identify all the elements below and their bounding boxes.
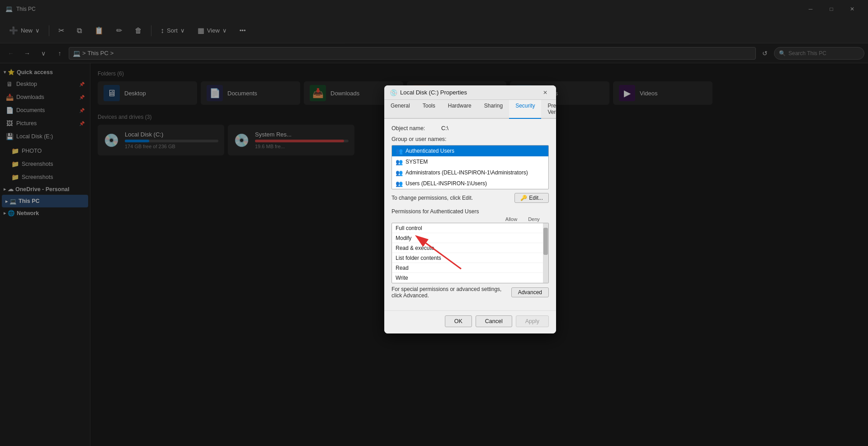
perm-list-folder-name: List folder contents <box>396 255 494 261</box>
dialog-body: Object name: C:\ Group or user names: 👥 … <box>384 119 556 310</box>
tab-sharing[interactable]: Sharing <box>478 100 509 119</box>
user-users[interactable]: 👥 Users (DELL-INSPIRON-1\Users) <box>392 178 548 189</box>
ok-button[interactable]: OK <box>445 315 472 327</box>
user-system[interactable]: 👥 SYSTEM <box>392 156 548 167</box>
dialog-overlay: 💿 Local Disk (C:) Properties ✕ General T… <box>0 0 868 446</box>
perm-read-execute: Read & execute <box>392 243 543 253</box>
tab-security[interactable]: Security <box>509 100 541 119</box>
perm-write: Write <box>392 273 543 283</box>
permissions-label: Permissions for Authenticated Users <box>392 208 549 215</box>
perm-modify: Modify <box>392 233 543 243</box>
user-administrators[interactable]: 👥 Administrators (DELL-INSPIRON-1\Admini… <box>392 167 548 178</box>
perm-columns: Allow Deny <box>392 216 549 222</box>
group-users-label: Group or user names: <box>392 136 549 142</box>
tab-tools[interactable]: Tools <box>416 100 442 119</box>
edit-btn-icon: 🔑 <box>520 195 527 201</box>
dialog-close-button[interactable]: ✕ <box>540 88 551 97</box>
user-system-label: SYSTEM <box>406 159 428 165</box>
perm-read: Read <box>392 263 543 273</box>
user-admin-label: Administrators (DELL-INSPIRON-1\Administ… <box>406 169 528 176</box>
perm-modify-name: Modify <box>396 235 494 241</box>
user-list: 👥 Authenticated Users 👥 SYSTEM 👥 Adminis… <box>392 145 549 189</box>
perm-full-control: Full control <box>392 223 543 233</box>
perm-col-deny: Deny <box>523 216 545 222</box>
dialog-tabs: General Tools Hardware Sharing Security … <box>384 100 556 119</box>
perm-list-folder: List folder contents <box>392 253 543 263</box>
dialog-footer: OK Cancel Apply <box>384 310 556 333</box>
perm-read-name: Read <box>396 265 494 271</box>
user-admin-icon: 👥 <box>396 169 403 176</box>
advanced-button[interactable]: Advanced <box>511 287 549 297</box>
perm-list: Full control Modify Read & execute <box>392 223 543 283</box>
cancel-button[interactable]: Cancel <box>476 315 512 327</box>
edit-button[interactable]: 🔑 Edit... <box>514 193 549 203</box>
dialog-title-text: 💿 Local Disk (C:) Properties <box>390 89 467 96</box>
perm-write-name: Write <box>396 275 494 281</box>
user-users-icon: 👥 <box>396 180 403 187</box>
perm-scrollbar-thumb[interactable] <box>543 228 548 255</box>
user-users-label: Users (DELL-INSPIRON-1\Users) <box>406 180 487 187</box>
edit-btn-label: Edit... <box>529 195 543 201</box>
user-authenticated-icon: 👥 <box>396 148 403 155</box>
perm-full-control-name: Full control <box>396 225 494 231</box>
perm-col-allow: Allow <box>500 216 523 222</box>
dialog-title-icon: 💿 <box>390 89 397 96</box>
perm-scrollbar[interactable] <box>543 223 548 283</box>
special-perms-text: For special permissions or advanced sett… <box>392 286 511 299</box>
object-name-field: Object name: C:\ <box>392 125 549 131</box>
change-perms-text: To change permissions, click Edit. <box>392 195 514 201</box>
dialog-title-bar: 💿 Local Disk (C:) Properties ✕ <box>384 85 556 100</box>
tab-previous-versions[interactable]: Previous Versions <box>541 100 556 119</box>
perm-col-name <box>395 216 500 222</box>
perm-read-execute-name: Read & execute <box>396 245 494 251</box>
object-name-label: Object name: <box>392 125 441 131</box>
perm-list-container: Full control Modify Read & execute <box>392 223 549 283</box>
special-perms-row: For special permissions or advanced sett… <box>392 286 549 299</box>
tab-hardware[interactable]: Hardware <box>442 100 478 119</box>
apply-button[interactable]: Apply <box>516 315 549 327</box>
user-authenticated-label: Authenticated Users <box>406 148 454 154</box>
properties-dialog: 💿 Local Disk (C:) Properties ✕ General T… <box>384 85 556 333</box>
object-name-value: C:\ <box>441 125 448 131</box>
user-system-icon: 👥 <box>396 159 403 165</box>
user-authenticated-users[interactable]: 👥 Authenticated Users <box>392 146 548 156</box>
edit-row: To change permissions, click Edit. 🔑 Edi… <box>392 193 549 203</box>
dialog-title: Local Disk (C:) Properties <box>400 89 467 96</box>
tab-general[interactable]: General <box>384 100 416 119</box>
